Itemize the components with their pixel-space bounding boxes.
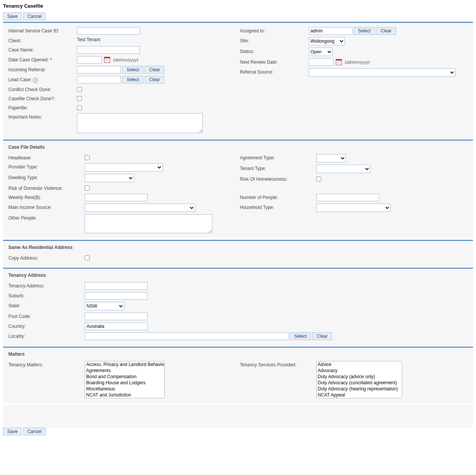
lead-case-input[interactable] — [77, 76, 121, 83]
label-paperfile: Paperfile: — [8, 104, 77, 111]
locality-select-button[interactable]: Select — [290, 332, 311, 340]
status-select[interactable]: Open — [309, 48, 333, 56]
locality-input[interactable] — [85, 332, 288, 340]
label-next-review: Next Review Date: — [240, 58, 309, 65]
label-status: Status: — [240, 48, 309, 54]
label-state: State: — [8, 302, 85, 308]
incoming-referral-clear-button[interactable]: Clear — [145, 66, 164, 74]
conflict-check-checkbox[interactable] — [77, 87, 82, 92]
top-button-bar: Save Cancel — [3, 13, 473, 20]
label-important-notes: Important Notes: — [8, 113, 77, 120]
label-tenancy-address: Tenancy Address: — [8, 282, 85, 289]
agreement-type-select[interactable] — [316, 154, 346, 162]
label-case-name: Case Name: — [8, 46, 77, 53]
lead-case-clear-button[interactable]: Clear — [145, 76, 164, 83]
section-main: Internal Service Case ID: Client: Test T… — [3, 23, 473, 138]
label-provider-type: Provider Type: — [8, 163, 85, 170]
next-review-date-input[interactable] — [309, 58, 333, 66]
dwelling-type-select[interactable] — [85, 174, 134, 182]
risk-dv-checkbox[interactable] — [85, 186, 90, 191]
label-suburb: Suburb: — [8, 292, 85, 298]
section-title-address: Tenancy Address — [8, 273, 468, 278]
save-button[interactable]: Save — [3, 13, 22, 20]
label-services-provided: Tenancy Services Provided: — [240, 361, 316, 367]
date-format-hint: (dd/mm/yyyy) — [113, 58, 138, 62]
household-type-select[interactable] — [316, 204, 391, 212]
locality-clear-button[interactable]: Clear — [313, 332, 332, 340]
tenancy-services-provided-list[interactable]: AdviceAdvocacyDuty Advocacy (advice only… — [316, 361, 402, 398]
label-household-type: Household Type: — [240, 204, 316, 210]
assigned-to-select-button[interactable]: Select — [354, 27, 375, 35]
risk-homeless-checkbox[interactable] — [316, 177, 321, 181]
label-conflict-check: Conflict Check Done: — [8, 86, 77, 92]
main-income-select[interactable] — [85, 204, 195, 212]
label-main-income: Main Income Source: — [8, 204, 85, 210]
label-dwelling-type: Dwelling Type: — [8, 174, 85, 180]
calendar-icon[interactable] — [336, 59, 342, 65]
label-num-people: Number of People: — [240, 194, 316, 200]
referral-source-select[interactable] — [309, 68, 455, 77]
label-assigned-to: Assigned to: — [240, 27, 309, 34]
date-format-hint: (dd/mm/yyyy) — [345, 60, 370, 64]
label-date-opened: Date Case Opened: * — [8, 56, 77, 63]
section-tenancy-address: Tenancy Address Tenancy Address: Suburb:… — [3, 269, 473, 345]
casefile-check-checkbox[interactable] — [77, 96, 82, 101]
important-notes-textarea[interactable] — [77, 113, 203, 133]
label-lead-case: Lead Case:i — [8, 76, 77, 83]
section-title-details: Case File Details — [8, 144, 468, 150]
label-headlease: Headlease: — [8, 154, 85, 160]
section-title-matters: Matters — [8, 351, 468, 357]
label-postcode: Post Code: — [8, 313, 85, 319]
paperfile-checkbox[interactable] — [77, 105, 82, 110]
cancel-button[interactable]: Cancel — [23, 428, 46, 435]
other-people-textarea[interactable] — [85, 214, 212, 233]
label-risk-dv: Risk of Domestic Violence: — [8, 185, 85, 191]
weekly-rent-input[interactable] — [85, 194, 147, 201]
label-internal-id: Internal Service Case ID: — [8, 27, 77, 34]
label-casefile-check: Casefile Check Done?: — [8, 95, 77, 101]
label-site: Site: — [240, 37, 309, 43]
copy-address-checkbox[interactable] — [85, 255, 90, 260]
section-case-file-details: Case File Details Headlease: Provider Ty… — [3, 141, 473, 238]
label-referral-source: Referral Source: — [240, 68, 309, 75]
assigned-to-clear-button[interactable]: Clear — [377, 27, 396, 35]
country-input[interactable] — [85, 323, 147, 330]
date-case-opened-input[interactable] — [77, 56, 102, 64]
headlease-checkbox[interactable] — [85, 155, 90, 160]
tenancy-matters-list[interactable]: Access, Privacy and Landlord BehaviourAg… — [85, 361, 165, 398]
calendar-icon[interactable] — [104, 57, 110, 63]
label-other-people: Other People: — [8, 214, 85, 221]
section-same-address: Same As Residential Address Copy Address… — [3, 241, 473, 266]
label-weekly-rent: Weekly Rent($): — [8, 194, 85, 200]
label-incoming-referral: Incoming Referral: — [8, 66, 77, 72]
info-icon[interactable]: i — [33, 78, 38, 83]
cancel-button[interactable]: Cancel — [23, 13, 46, 20]
label-locality: Locality: — [8, 332, 85, 339]
label-client: Client: — [8, 37, 77, 43]
label-tenancy-matters: Tenancy Matters: — [8, 361, 85, 367]
save-button[interactable]: Save — [3, 428, 22, 435]
lead-case-select-button[interactable]: Select — [122, 76, 143, 83]
state-select[interactable]: NSW — [85, 302, 124, 310]
number-of-people-input[interactable] — [316, 194, 379, 201]
site-select[interactable]: Wollongong — [309, 37, 345, 45]
page-title: Tenancy Casefile — [3, 3, 473, 9]
suburb-input[interactable] — [85, 292, 147, 300]
tenancy-address-input[interactable] — [85, 282, 147, 290]
case-name-input[interactable] — [77, 46, 140, 54]
tenant-type-select[interactable] — [316, 165, 370, 173]
postcode-input[interactable] — [85, 313, 147, 320]
bottom-button-bar: Save Cancel — [3, 428, 473, 435]
section-title-same-addr: Same As Residential Address — [8, 245, 468, 250]
incoming-referral-select-button[interactable]: Select — [122, 66, 143, 74]
label-copy-address: Copy Address: — [8, 254, 85, 261]
label-risk-homeless: Risk Of Homelessness: — [240, 175, 316, 182]
section-matters: Matters Tenancy Matters: Access, Privacy… — [3, 348, 473, 403]
provider-type-select[interactable] — [85, 163, 163, 172]
client-value: Test Tenant — [77, 37, 100, 42]
incoming-referral-input[interactable] — [77, 66, 121, 74]
assigned-to-input[interactable] — [309, 27, 353, 35]
label-country: Country: — [8, 323, 85, 329]
internal-service-case-id-input[interactable] — [77, 27, 140, 35]
label-agreement-type: Agreement Type: — [240, 154, 316, 160]
